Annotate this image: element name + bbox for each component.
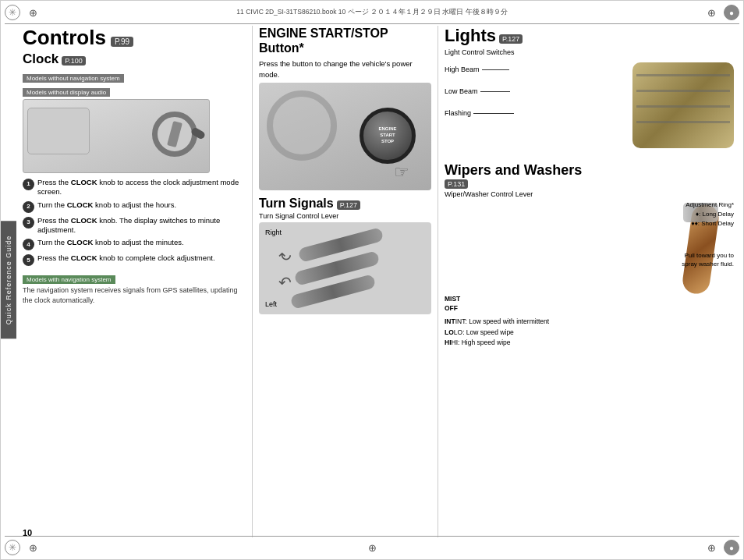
light-control-switches-label: Light Control Switches <box>445 48 734 56</box>
long-delay-label: ♦: Long Delay <box>686 210 734 219</box>
corner-decoration-bl: ✳ <box>5 540 20 555</box>
wiper-diagram: Adjustment Ring* ♦: Long Delay ♦♦: Short… <box>445 200 734 314</box>
turn-signal-lever-label: Turn Signal Control Lever <box>259 212 431 220</box>
crosshair-bl: ⊕ <box>27 541 39 554</box>
turn-signals-title: Turn Signals <box>259 197 334 211</box>
model-note-2: Models without display audio <box>23 88 110 97</box>
gps-note-text: The navigation system receives signals f… <box>23 285 246 305</box>
low-beam-label: Low Beam <box>445 87 478 95</box>
engine-description: Press the button to change the vehicle's… <box>259 58 431 80</box>
crosshair-tl: ⊕ <box>27 6 39 19</box>
clock-title: Clock <box>23 51 58 67</box>
controls-title: Controls <box>23 26 106 50</box>
crosshair-br: ⊕ <box>705 541 717 554</box>
step-2: 2 Turn the CLOCK knob to adjust the hour… <box>23 200 246 213</box>
int-label: INTINT: Low speed with intermittent <box>445 317 734 328</box>
step-5: 5 Press the CLOCK knob to complete clock… <box>23 253 246 266</box>
hi-label: HIHI: High speed wipe <box>445 338 734 349</box>
turn-signal-image: Right Left ↶ ↶ <box>259 222 431 314</box>
gps-note-title: Models with navigation system <box>23 275 115 284</box>
mist-label: MIST <box>445 295 460 303</box>
step-4: 4 Turn the CLOCK knob to adjust the minu… <box>23 238 246 250</box>
lights-title: Lights <box>445 26 496 46</box>
off-label: OFF <box>445 304 458 312</box>
short-delay-label: ♦♦: Short Delay <box>686 219 734 229</box>
wipers-page-ref: P.131 <box>445 179 468 189</box>
engine-button-image: ENGINESTARTSTOP ☞ <box>259 83 431 190</box>
lights-page-ref: P.127 <box>499 34 523 44</box>
engine-title: ENGINE START/STOP Button* <box>259 26 431 55</box>
pull-toward-label: Pull toward you to spray washer fluid. <box>668 251 734 268</box>
clock-page-ref: P.100 <box>62 56 85 66</box>
flashing-label: Flashing <box>445 109 471 117</box>
wipers-title: Wipers and Washers <box>445 162 582 179</box>
turn-signals-page-ref: P.127 <box>337 200 360 210</box>
model-note-1: Models without navigation system <box>23 74 124 83</box>
step-3: 3 Press the CLOCK knob. The display swit… <box>23 216 246 236</box>
high-beam-label: High Beam <box>445 66 480 73</box>
adjustment-ring-label: Adjustment Ring* <box>686 200 734 210</box>
corner-decoration-tl: ✳ <box>5 5 20 20</box>
corner-decoration-tr: ● <box>724 5 739 20</box>
right-label: Right <box>265 229 282 236</box>
lo-label: LOLO: Low speed wipe <box>445 328 734 338</box>
left-label: Left <box>265 300 277 308</box>
step-1: 1 Press the CLOCK knob to access the clo… <box>23 178 246 197</box>
wiper-lever-label: Wiper/Washer Control Lever <box>445 190 734 198</box>
corner-decoration-br: ● <box>724 540 739 555</box>
top-meta-bar: 11 CIVIC 2D_SI-31TS86210.book 10 ページ ２０１… <box>236 8 507 17</box>
clock-dashboard-image <box>23 99 210 173</box>
crosshair-bc: ⊕ <box>366 541 378 554</box>
crosshair-tr: ⊕ <box>705 6 717 19</box>
lights-diagram: Light Control Switches High Be <box>445 48 734 158</box>
controls-page-ref: P.99 <box>111 37 133 47</box>
side-tab: Quick Reference Guide <box>1 222 16 339</box>
